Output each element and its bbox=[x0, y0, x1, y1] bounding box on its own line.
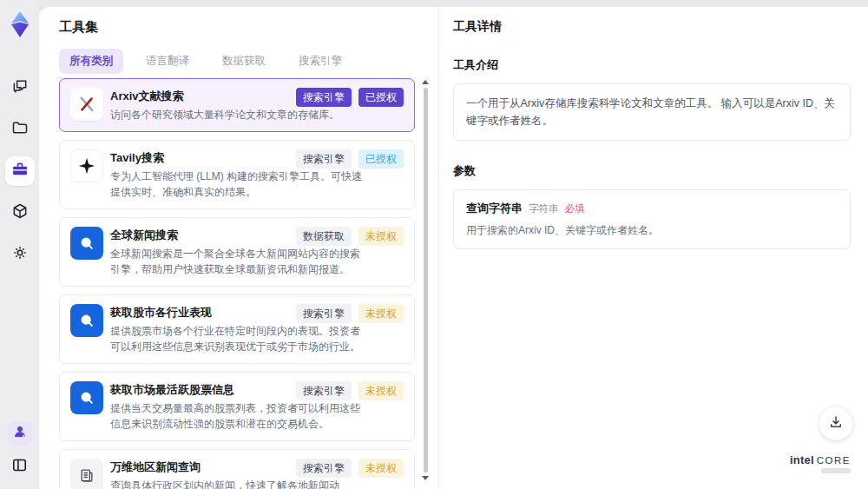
search-app-icon bbox=[70, 227, 103, 260]
parameter-card: 查询字符串 字符串 必填 用于搜索的Arxiv ID、关键字或作者姓名。 bbox=[453, 189, 851, 249]
sidebar-item-tools[interactable] bbox=[5, 156, 35, 186]
scroll-down-icon[interactable] bbox=[422, 476, 429, 480]
scrollbar-thumb[interactable] bbox=[424, 88, 428, 472]
tool-description: 查询具体行政区划内的新闻，快速了解各地新闻动 bbox=[110, 478, 339, 489]
category-tabs: 所有类别 语言翻译 数据获取 搜索引擎 bbox=[59, 49, 352, 74]
intel-brand-text: intel bbox=[790, 453, 814, 466]
tool-card-arxiv[interactable]: Arxiv文献搜索 访问各个研究领域大量科学论文和文章的存储库。 搜索引擎 已授… bbox=[59, 78, 415, 132]
status-badge: 未授权 bbox=[358, 459, 404, 478]
tool-description: 提供当天交易量最高的股票列表，投资者可以利用这些信息来识别流动性强的股票和潜在的… bbox=[110, 400, 364, 432]
toolbox-icon bbox=[11, 161, 29, 182]
intro-heading: 工具介绍 bbox=[453, 57, 851, 73]
category-tag: 数据获取 bbox=[296, 227, 352, 246]
tool-description: 访问各个研究领域大量科学论文和文章的存储库。 bbox=[110, 107, 339, 122]
tool-list: Arxiv文献搜索 访问各个研究领域大量科学论文和文章的存储库。 搜索引擎 已授… bbox=[59, 78, 415, 489]
tab-language-translation[interactable]: 语言翻译 bbox=[135, 49, 200, 74]
status-badge: 未授权 bbox=[358, 227, 404, 246]
param-name: 查询字符串 bbox=[466, 201, 523, 216]
tool-card-most-active-stocks[interactable]: 获取市场最活跃股票信息 提供当天交易量最高的股票列表，投资者可以利用这些信息来识… bbox=[59, 372, 415, 441]
panel-toggle-icon bbox=[11, 457, 28, 477]
status-badge: 已授权 bbox=[358, 149, 404, 169]
download-button[interactable] bbox=[819, 407, 852, 440]
panel-toggle-button[interactable] bbox=[8, 454, 32, 479]
status-badge: 未授权 bbox=[358, 304, 404, 323]
search-app-icon bbox=[70, 304, 103, 337]
gear-icon bbox=[11, 244, 29, 265]
sidebar-item-settings[interactable] bbox=[5, 240, 35, 269]
intro-text: 一个用于从Arxiv存储库搜索科学论文和文章的工具。 输入可以是Arxiv ID… bbox=[466, 97, 835, 127]
tool-list-pane: 工具集 所有类别 语言翻译 数据获取 搜索引擎 Arxiv文献搜索 访问各个研究… bbox=[39, 7, 438, 489]
page-title: 工具集 bbox=[59, 19, 98, 36]
tool-detail-pane: 工具详情 工具介绍 一个用于从Arxiv存储库搜索科学论文和文章的工具。 输入可… bbox=[438, 7, 868, 489]
param-required-badge: 必填 bbox=[565, 202, 585, 215]
category-tag: 搜索引擎 bbox=[296, 149, 352, 169]
category-tag: 搜索引擎 bbox=[296, 459, 352, 478]
user-avatar[interactable] bbox=[8, 421, 32, 446]
intro-text-box: 一个用于从Arxiv存储库搜索科学论文和文章的工具。 输入可以是Arxiv ID… bbox=[453, 83, 851, 141]
intel-core-sub-badge bbox=[821, 468, 851, 473]
category-tag: 搜索引擎 bbox=[296, 88, 352, 107]
category-tag: 搜索引擎 bbox=[296, 304, 352, 323]
tool-card-sector-performance[interactable]: 获取股市各行业表现 提供股票市场各个行业在特定时间段内的表现。投资者可以利用这些… bbox=[59, 294, 415, 364]
core-brand-text: CORE bbox=[817, 455, 851, 466]
status-badge: 已授权 bbox=[358, 88, 404, 107]
intel-core-logo: intelCORE bbox=[790, 453, 851, 473]
sidebar bbox=[0, 0, 39, 489]
detail-title: 工具详情 bbox=[453, 19, 851, 35]
tab-search-engine[interactable]: 搜索引擎 bbox=[288, 49, 352, 74]
param-description: 用于搜索的Arxiv ID、关键字或作者姓名。 bbox=[466, 223, 838, 238]
sidebar-item-models[interactable] bbox=[5, 198, 35, 228]
folder-icon bbox=[11, 119, 29, 140]
news-building-icon bbox=[70, 459, 103, 489]
param-type: 字符串 bbox=[529, 202, 559, 215]
tool-description: 专为人工智能代理 (LLM) 构建的搜索引擎工具。可快速提供实时、准确和真实的结… bbox=[110, 169, 364, 200]
list-scrollbar[interactable] bbox=[422, 80, 429, 480]
tool-card-global-news[interactable]: 全球新闻搜索 全球新闻搜索是一个聚合全球各大新闻网站内容的搜索引擎，帮助用户快速… bbox=[59, 217, 415, 287]
tool-description: 全球新闻搜索是一个聚合全球各大新闻网站内容的搜索引擎，帮助用户快速获取全球最新资… bbox=[110, 246, 364, 277]
app-logo-icon[interactable] bbox=[6, 9, 34, 40]
tool-card-tavily[interactable]: Tavily搜索 专为人工智能代理 (LLM) 构建的搜索引擎工具。可快速提供实… bbox=[59, 140, 415, 209]
search-app-icon bbox=[70, 381, 103, 414]
status-badge: 未授权 bbox=[358, 381, 404, 400]
sidebar-item-files[interactable] bbox=[5, 115, 35, 144]
tab-data-acquisition[interactable]: 数据获取 bbox=[212, 49, 276, 74]
download-icon bbox=[828, 414, 844, 433]
category-tag: 搜索引擎 bbox=[296, 381, 352, 400]
content-shell: 工具集 所有类别 语言翻译 数据获取 搜索引擎 Arxiv文献搜索 访问各个研究… bbox=[39, 7, 868, 489]
arxiv-icon bbox=[70, 88, 103, 121]
tool-description: 提供股票市场各个行业在特定时间段内的表现。投资者可以利用这些信息来识别表现优于或… bbox=[110, 323, 364, 354]
sidebar-item-chat[interactable] bbox=[5, 73, 35, 102]
cube-icon bbox=[11, 202, 29, 223]
tool-card-regional-news[interactable]: 万维地区新闻查询 查询具体行政区划内的新闻，快速了解各地新闻动 搜索引擎 未授权 bbox=[59, 449, 415, 489]
scroll-up-icon[interactable] bbox=[422, 80, 429, 84]
chat-icon bbox=[11, 77, 29, 98]
tab-all-categories[interactable]: 所有类别 bbox=[59, 49, 123, 74]
params-heading: 参数 bbox=[453, 163, 851, 179]
tavily-icon bbox=[70, 149, 103, 182]
person-icon bbox=[12, 424, 28, 443]
